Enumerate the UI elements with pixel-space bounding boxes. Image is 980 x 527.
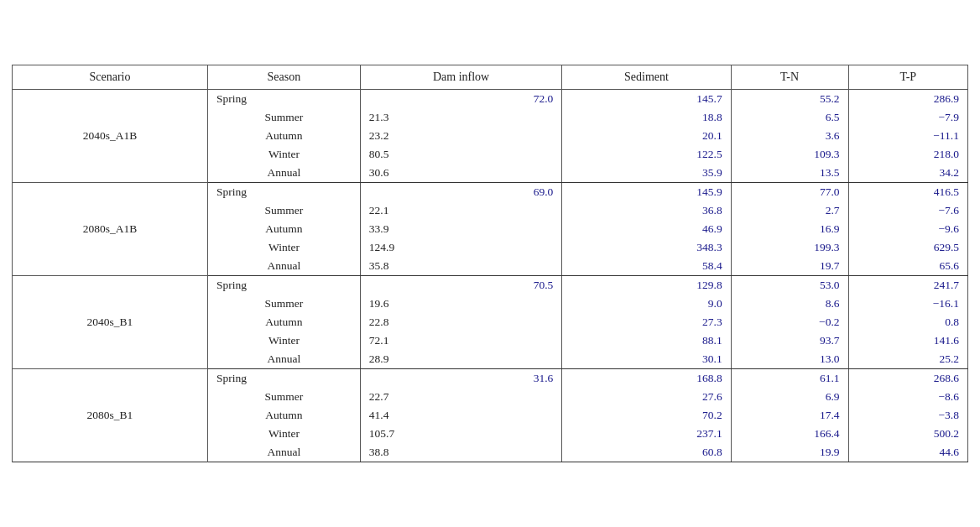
season-cell: Winter	[207, 425, 360, 443]
table-container: Scenario Season Dam inflow Sediment T-N …	[12, 65, 968, 462]
sediment-cell: 46.9	[562, 220, 731, 238]
tp-cell: 416.5	[848, 183, 967, 202]
tp-cell: −3.8	[848, 406, 967, 425]
sediment-cell: 348.3	[562, 238, 731, 257]
season-cell: Winter	[207, 238, 360, 257]
tn-cell: 3.6	[731, 127, 848, 145]
season-cell: Annual	[207, 164, 360, 183]
dam-inflow-cell: 70.5	[360, 276, 561, 295]
header-scenario: Scenario	[13, 65, 208, 90]
tp-cell: 44.6	[848, 443, 967, 462]
header-season: Season	[207, 65, 360, 90]
tp-cell: −8.6	[848, 388, 967, 406]
sediment-cell: 18.8	[562, 108, 731, 127]
season-cell: Autumn	[207, 313, 360, 331]
dam-inflow-cell: 30.6	[360, 164, 561, 183]
tp-cell: −16.1	[848, 295, 967, 313]
season-cell: Spring	[207, 90, 360, 109]
scenario-cell: 2040s_A1B	[13, 90, 208, 183]
sediment-cell: 27.6	[562, 388, 731, 406]
dam-inflow-cell: 38.8	[360, 443, 561, 462]
tn-cell: 16.9	[731, 220, 848, 238]
tp-cell: −11.1	[848, 127, 967, 145]
tn-cell: 13.0	[731, 350, 848, 369]
dam-inflow-cell: 72.0	[360, 90, 561, 109]
sediment-cell: 27.3	[562, 313, 731, 331]
header-sediment: Sediment	[562, 65, 731, 90]
tp-cell: 268.6	[848, 369, 967, 389]
dam-inflow-cell: 41.4	[360, 406, 561, 425]
dam-inflow-cell: 19.6	[360, 295, 561, 313]
tn-cell: 55.2	[731, 90, 848, 109]
sediment-cell: 88.1	[562, 331, 731, 350]
season-cell: Annual	[207, 443, 360, 462]
tn-cell: 93.7	[731, 331, 848, 350]
table-row: 2040s_B1Spring70.5129.853.0241.7	[13, 276, 968, 295]
season-cell: Summer	[207, 108, 360, 127]
dam-inflow-cell: 124.9	[360, 238, 561, 257]
season-cell: Spring	[207, 276, 360, 295]
tp-cell: 286.9	[848, 90, 967, 109]
sediment-cell: 35.9	[562, 164, 731, 183]
data-table: Scenario Season Dam inflow Sediment T-N …	[12, 65, 968, 462]
dam-inflow-cell: 31.6	[360, 369, 561, 389]
header-tn: T-N	[731, 65, 848, 90]
tp-cell: −7.9	[848, 108, 967, 127]
tp-cell: 25.2	[848, 350, 967, 369]
season-cell: Spring	[207, 183, 360, 202]
sediment-cell: 60.8	[562, 443, 731, 462]
tp-cell: 500.2	[848, 425, 967, 443]
tp-cell: −9.6	[848, 220, 967, 238]
dam-inflow-cell: 21.3	[360, 108, 561, 127]
season-cell: Winter	[207, 145, 360, 164]
season-cell: Winter	[207, 331, 360, 350]
header-dam-inflow: Dam inflow	[360, 65, 561, 90]
season-cell: Annual	[207, 257, 360, 276]
tp-cell: 241.7	[848, 276, 967, 295]
dam-inflow-cell: 80.5	[360, 145, 561, 164]
sediment-cell: 36.8	[562, 201, 731, 220]
tn-cell: 19.7	[731, 257, 848, 276]
tn-cell: 2.7	[731, 201, 848, 220]
season-cell: Autumn	[207, 220, 360, 238]
sediment-cell: 58.4	[562, 257, 731, 276]
tn-cell: 6.9	[731, 388, 848, 406]
dam-inflow-cell: 23.2	[360, 127, 561, 145]
sediment-cell: 237.1	[562, 425, 731, 443]
sediment-cell: 145.9	[562, 183, 731, 202]
tp-cell: 629.5	[848, 238, 967, 257]
tn-cell: 166.4	[731, 425, 848, 443]
tn-cell: 19.9	[731, 443, 848, 462]
table-row: 2040s_A1BSpring72.0145.755.2286.9	[13, 90, 968, 109]
sediment-cell: 129.8	[562, 276, 731, 295]
dam-inflow-cell: 28.9	[360, 350, 561, 369]
header-row: Scenario Season Dam inflow Sediment T-N …	[13, 65, 968, 90]
tn-cell: 109.3	[731, 145, 848, 164]
dam-inflow-cell: 22.1	[360, 201, 561, 220]
tn-cell: −0.2	[731, 313, 848, 331]
sediment-cell: 168.8	[562, 369, 731, 389]
tn-cell: 77.0	[731, 183, 848, 202]
tp-cell: 34.2	[848, 164, 967, 183]
table-row: 2080s_A1BSpring69.0145.977.0416.5	[13, 183, 968, 202]
tp-cell: 0.8	[848, 313, 967, 331]
sediment-cell: 145.7	[562, 90, 731, 109]
dam-inflow-cell: 72.1	[360, 331, 561, 350]
sediment-cell: 9.0	[562, 295, 731, 313]
tn-cell: 199.3	[731, 238, 848, 257]
header-tp: T-P	[848, 65, 967, 90]
tp-cell: 218.0	[848, 145, 967, 164]
season-cell: Spring	[207, 369, 360, 389]
dam-inflow-cell: 105.7	[360, 425, 561, 443]
tp-cell: 65.6	[848, 257, 967, 276]
scenario-cell: 2040s_B1	[13, 276, 208, 369]
season-cell: Annual	[207, 350, 360, 369]
tn-cell: 8.6	[731, 295, 848, 313]
sediment-cell: 122.5	[562, 145, 731, 164]
tp-cell: 141.6	[848, 331, 967, 350]
season-cell: Summer	[207, 201, 360, 220]
season-cell: Summer	[207, 295, 360, 313]
dam-inflow-cell: 22.8	[360, 313, 561, 331]
scenario-cell: 2080s_A1B	[13, 183, 208, 276]
tn-cell: 53.0	[731, 276, 848, 295]
